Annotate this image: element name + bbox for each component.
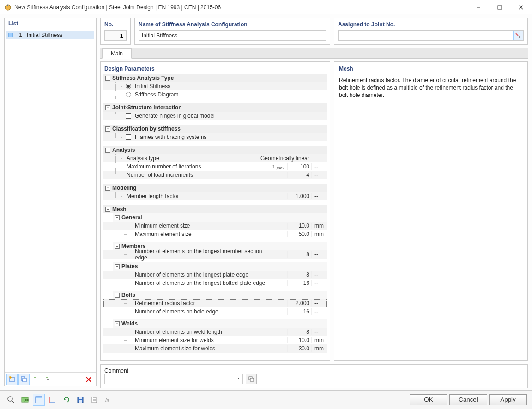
value-analysis-type: Geometrically linear xyxy=(247,155,311,162)
checkbox-icon xyxy=(126,134,131,140)
maximize-button[interactable] xyxy=(489,0,510,14)
row-hole-edge[interactable]: Number of elements on hole edge16-- xyxy=(103,307,327,316)
row-max-weld-size[interactable]: Maximum element size for welds30.0mm xyxy=(103,344,327,353)
tab-bar: Main xyxy=(100,48,528,59)
collapse-icon[interactable]: − xyxy=(105,76,110,81)
minimize-button[interactable] xyxy=(468,0,489,14)
sort-asc-button[interactable] xyxy=(30,374,42,385)
number-input[interactable] xyxy=(104,30,127,41)
collapse-icon[interactable]: − xyxy=(105,186,110,191)
search-icon[interactable] xyxy=(5,394,17,406)
subgroup-welds[interactable]: −Welds xyxy=(113,319,327,328)
pick-joint-button[interactable] xyxy=(513,31,523,40)
row-analysis-type[interactable]: Analysis typeGeometrically linear xyxy=(103,154,327,162)
comment-panel: Comment xyxy=(100,364,528,388)
svg-rect-3 xyxy=(498,6,502,9)
group-header-mesh[interactable]: −Mesh xyxy=(103,205,327,213)
refresh-icon[interactable] xyxy=(60,394,73,406)
view-icon[interactable] xyxy=(33,394,45,406)
option-bracing[interactable]: Frames with bracing systems xyxy=(103,133,327,141)
config-list-panel: List 1 Initial Stiffness ✦ xyxy=(4,18,97,386)
row-min-element-size[interactable]: Minimum element size10.0mm xyxy=(103,222,327,230)
svg-point-12 xyxy=(46,377,47,378)
comment-combo[interactable] xyxy=(104,374,243,384)
description-panel: Mesh Refinement radius factor. The diame… xyxy=(334,61,528,361)
row-max-iterations[interactable]: Maximum number of iterationsni,max100-- xyxy=(103,162,327,171)
collapse-icon[interactable]: − xyxy=(115,244,120,249)
row-plate-edge[interactable]: Number of elements on the longest plate … xyxy=(103,271,327,279)
chevron-down-icon xyxy=(235,376,240,382)
app-icon xyxy=(4,4,12,11)
close-button[interactable] xyxy=(510,0,532,14)
name-label: Name of Stiffness Analysis Configuration xyxy=(139,21,326,28)
subgroup-bolts[interactable]: −Bolts xyxy=(113,291,327,299)
titlebar[interactable]: New Stiffness Analysis Configuration | S… xyxy=(0,0,532,14)
units-icon[interactable]: 0,00 xyxy=(19,394,31,406)
radio-icon xyxy=(126,92,131,97)
ok-button[interactable]: OK xyxy=(410,394,447,405)
value-max-weld-size: 30.0 xyxy=(287,345,311,352)
collapse-icon[interactable]: − xyxy=(105,105,110,110)
option-generate-hinges[interactable]: Generate hinges in global model xyxy=(103,112,327,120)
group-header-stiffness-type[interactable]: −Stiffness Analysis Type xyxy=(103,74,327,82)
svg-rect-29 xyxy=(79,400,82,403)
symbol-n-imax: ni,max xyxy=(267,163,287,170)
value-plate-edge: 8 xyxy=(287,271,311,278)
group-header-analysis[interactable]: −Analysis xyxy=(103,146,327,154)
row-refinement-radius[interactable]: Refinement radius factor2.000-- xyxy=(103,299,327,307)
collapse-icon[interactable]: − xyxy=(105,148,110,153)
collapse-icon[interactable]: − xyxy=(115,215,120,220)
save-icon[interactable] xyxy=(74,394,86,406)
assigned-label: Assigned to Joint No. xyxy=(338,21,524,28)
group-modeling: −Modeling Member length factor1.000-- xyxy=(103,184,327,200)
value-member-length-factor: 1.000 xyxy=(287,193,311,199)
value-min-weld-size: 10.0 xyxy=(287,337,311,343)
tab-main[interactable]: Main xyxy=(102,48,132,59)
row-max-element-size[interactable]: Maximum element size50.0mm xyxy=(103,230,327,238)
collapse-icon[interactable]: − xyxy=(115,293,120,298)
collapse-icon[interactable]: − xyxy=(115,321,120,326)
name-combo[interactable]: Initial Stiffness xyxy=(139,30,326,41)
row-min-weld-size[interactable]: Minimum element size for welds10.0mm xyxy=(103,336,327,344)
subgroup-plates[interactable]: −Plates xyxy=(113,262,327,271)
collapse-icon[interactable]: − xyxy=(115,264,120,269)
group-header-jsi[interactable]: −Joint-Structure Interaction xyxy=(103,103,327,112)
group-header-modeling[interactable]: −Modeling xyxy=(103,184,327,192)
delete-config-button[interactable] xyxy=(83,374,94,385)
axes-icon[interactable] xyxy=(47,394,59,406)
row-weld-length[interactable]: Number of elements on weld length8-- xyxy=(103,328,327,336)
row-bolted-plate-edge[interactable]: Number of elements on the longest bolted… xyxy=(103,279,327,287)
collapse-icon[interactable]: − xyxy=(105,207,110,212)
config-list[interactable]: 1 Initial Stiffness xyxy=(5,29,96,372)
main-content: No. Name of Stiffness Analysis Configura… xyxy=(100,18,528,386)
value-hole-edge: 16 xyxy=(287,308,311,315)
row-member-length-factor[interactable]: Member length factor1.000-- xyxy=(103,192,327,200)
comment-label: Comment xyxy=(104,367,524,374)
option-stiffness-diagram[interactable]: Stiffness Diagram xyxy=(103,90,327,99)
svg-point-11 xyxy=(35,377,36,378)
header-fields: No. Name of Stiffness Analysis Configura… xyxy=(100,18,528,45)
config-item-icon xyxy=(8,33,13,37)
svg-rect-28 xyxy=(79,397,82,399)
comment-copy-button[interactable] xyxy=(246,374,257,384)
function-icon[interactable]: fx xyxy=(102,394,114,406)
svg-point-10 xyxy=(34,377,35,378)
row-load-increments[interactable]: Number of load increments4-- xyxy=(103,171,327,179)
config-list-item[interactable]: 1 Initial Stiffness xyxy=(6,31,94,39)
copy-config-button[interactable] xyxy=(18,374,30,385)
option-initial-stiffness[interactable]: Initial Stiffness xyxy=(103,82,327,90)
config-item-label: Initial Stiffness xyxy=(27,32,62,38)
row-members-edge[interactable]: Number of elements on the longest member… xyxy=(103,250,327,259)
group-header-classification[interactable]: −Classification by stiffness xyxy=(103,125,327,133)
clipboard-icon[interactable] xyxy=(88,394,100,406)
apply-button[interactable]: Apply xyxy=(489,394,527,405)
sort-desc-button[interactable] xyxy=(42,374,54,385)
subgroup-general[interactable]: −General xyxy=(113,213,327,222)
svg-line-26 xyxy=(50,399,53,403)
collapse-icon[interactable]: − xyxy=(105,126,110,132)
new-config-button[interactable]: ✦ xyxy=(6,374,18,385)
cancel-button[interactable]: Cancel xyxy=(449,394,487,405)
bottom-toolbar: 0,00 fx OK Cancel Apply xyxy=(0,390,532,409)
assigned-input[interactable] xyxy=(338,30,524,41)
mid-area: Design Parameters −Stiffness Analysis Ty… xyxy=(100,61,528,361)
